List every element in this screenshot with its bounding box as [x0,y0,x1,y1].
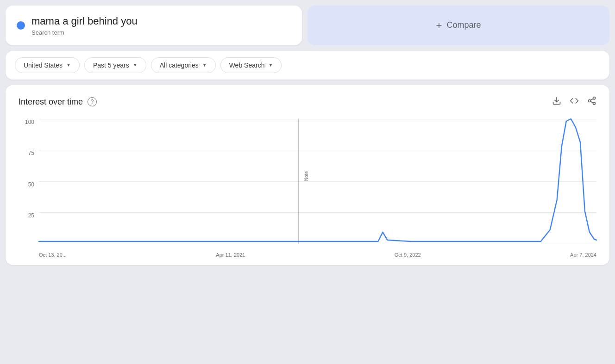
x-label-oct2022: Oct 9, 2022 [395,252,421,258]
x-axis-labels: Oct 13, 20... Apr 11, 2021 Oct 9, 2022 A… [39,245,596,258]
y-label-25: 25 [28,212,34,219]
search-type-filter-label: Web Search [229,62,265,69]
grid-line-bottom [39,244,596,244]
search-type-filter[interactable]: Web Search ▼ [220,57,282,73]
compare-plus-icon: + [436,19,442,31]
search-term-main: mama a girl behind you [31,15,138,28]
category-chevron-icon: ▼ [202,62,207,68]
region-chevron-icon: ▼ [66,62,71,68]
search-dot [17,21,25,30]
region-filter[interactable]: United States ▼ [15,57,80,73]
x-label-apr2024: Apr 7, 2024 [570,252,596,258]
timeframe-filter-label: Past 5 years [93,62,129,69]
x-label-oct2020: Oct 13, 20... [39,252,67,258]
chart-title-row: Interest over time ? [19,97,97,107]
embed-icon[interactable] [570,96,579,108]
search-term-text: mama a girl behind you Search term [31,15,138,36]
timeframe-chevron-icon: ▼ [133,62,138,68]
compare-label: Compare [446,20,481,30]
share-icon[interactable] [587,96,596,108]
timeframe-filter[interactable]: Past 5 years ▼ [84,57,146,73]
search-term-sublabel: Search term [31,29,138,36]
y-label-50: 50 [28,181,34,188]
chart-area: 100 75 50 25 Note [19,119,596,258]
y-label-100: 100 [25,119,34,125]
chart-actions [552,96,596,108]
category-filter-label: All categories [160,62,199,69]
svg-line-5 [590,99,593,100]
trend-line-svg [39,119,596,244]
chart-card: Interest over time ? [6,85,609,265]
chart-plot: Note [39,119,596,244]
help-icon[interactable]: ? [88,97,97,106]
region-filter-label: United States [24,62,63,69]
x-label-apr2021: Apr 11, 2021 [216,252,245,258]
y-label-75: 75 [28,150,34,156]
svg-line-4 [590,101,593,103]
category-filter[interactable]: All categories ▼ [151,57,216,73]
chart-title: Interest over time [19,97,83,107]
filters-row: United States ▼ Past 5 years ▼ All categ… [6,51,609,80]
chart-header: Interest over time ? [19,96,596,108]
search-term-card: mama a girl behind you Search term [6,6,302,45]
compare-card[interactable]: + Compare [308,6,609,45]
y-axis-labels: 100 75 50 25 [19,119,37,244]
download-icon[interactable] [552,96,561,108]
search-type-chevron-icon: ▼ [268,62,273,68]
